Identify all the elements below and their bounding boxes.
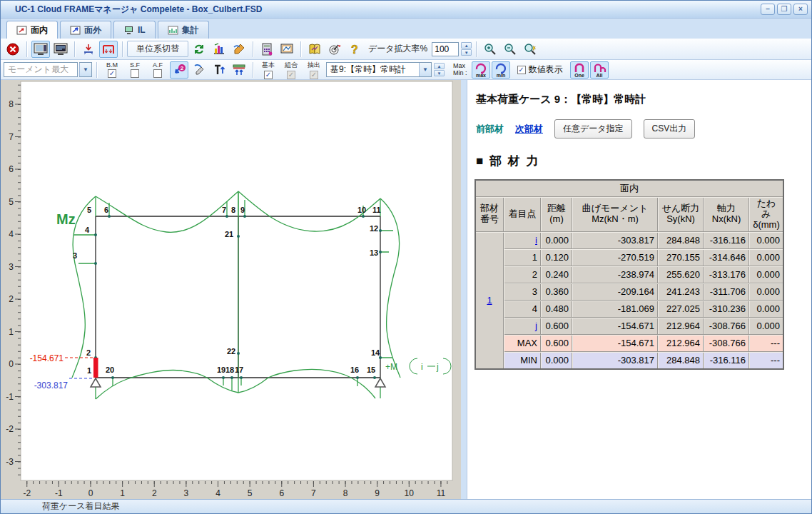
spin-down-icon[interactable]: ▼: [461, 49, 472, 56]
calc-button[interactable]: [258, 41, 276, 58]
bm-label: B.M: [106, 61, 118, 69]
col-deflection: たわみ δ(mm): [749, 197, 783, 232]
spin-up-icon[interactable]: ▲: [461, 42, 472, 49]
cell-sy: 284.848: [658, 352, 704, 369]
panel-divider[interactable]: [461, 80, 467, 499]
x-tick-label: 2: [152, 488, 157, 498]
tab-shukei[interactable]: 集計: [158, 21, 209, 39]
drawing-canvas[interactable]: 876543210-1-2-3-2-101234567891011: [1, 80, 461, 498]
basic-label: 基本: [262, 61, 275, 70]
close-button[interactable]: ×: [793, 4, 808, 15]
draw-style-button[interactable]: [230, 41, 248, 58]
bolt-up-button[interactable]: [210, 61, 228, 79]
secondary-diagram-button[interactable]: 2: [170, 61, 188, 79]
node-label: 22: [227, 347, 235, 356]
x-tick-label: 6: [279, 488, 284, 498]
cell-defl: 0.000: [749, 301, 783, 318]
table-row: 1i0.000-303.817284.848-316.1160.000: [475, 232, 783, 249]
cell-mz: -154.671: [572, 318, 658, 335]
mode-select[interactable]: モーメント最大: [4, 62, 78, 77]
zoom-fit-button[interactable]: [521, 41, 539, 58]
extract-checkbox[interactable]: ✓: [310, 71, 318, 79]
moment-axis-label: Mz: [56, 211, 76, 227]
one-icon: One: [572, 62, 587, 78]
loadcase-spinner[interactable]: ▲▼: [434, 63, 445, 76]
rail-up-button[interactable]: [230, 61, 248, 79]
exit-button[interactable]: [4, 41, 22, 58]
tab-mengai[interactable]: 面外: [60, 21, 111, 39]
cell-dist: 0.000: [541, 352, 572, 369]
help-button[interactable]: ?: [345, 41, 364, 58]
node-label: 15: [367, 366, 375, 374]
col-point: 着目点: [504, 197, 541, 232]
spin-up-icon[interactable]: ▲: [434, 63, 445, 69]
cell-sy: 255.620: [658, 266, 704, 283]
zoom-out-button[interactable]: [501, 41, 519, 58]
annotate-button[interactable]: [190, 61, 208, 79]
max-moment-value: -154.671: [30, 353, 64, 363]
prev-member-link[interactable]: 前部材: [476, 123, 504, 136]
bm-checkbox[interactable]: ✓: [108, 69, 116, 78]
bm-check-group: B.M ✓: [101, 61, 123, 78]
cell-point: 1: [504, 249, 541, 266]
guide-button[interactable]: [305, 41, 324, 58]
cell-sy: 270.155: [658, 249, 704, 266]
diagram-settings-button[interactable]: [210, 41, 228, 58]
point-link[interactable]: j: [535, 321, 537, 331]
cell-dist: 0.480: [541, 301, 572, 318]
mode-select-chevron[interactable]: ▼: [79, 62, 92, 77]
member-force-table: 面内 部材 番号 着目点 距離 (m) 曲げモーメント Mz(kN・m) せん断…: [474, 179, 784, 370]
node-label: 8: [231, 206, 235, 214]
table-row: 20.240-238.974255.620-313.1760.000: [475, 266, 783, 283]
loadcase-select[interactable]: 基9:【常時】常時計 ▼: [326, 62, 432, 77]
result-window-button[interactable]: [31, 41, 50, 58]
zoom-in-button[interactable]: [481, 41, 499, 58]
all-members-button[interactable]: All: [590, 61, 609, 79]
refresh-icon: [193, 43, 205, 56]
scale-spinner[interactable]: ▲▼: [461, 42, 472, 56]
scale-input[interactable]: [432, 42, 459, 56]
toolbar-separator: [74, 41, 75, 57]
load-display-button[interactable]: [79, 41, 98, 58]
minimize-button[interactable]: –: [761, 4, 775, 15]
unit-switch-button[interactable]: 単位系切替: [127, 41, 188, 57]
one-member-button[interactable]: One: [570, 61, 589, 79]
csv-export-button[interactable]: CSV出力: [644, 119, 696, 138]
chevron-down-icon: ▼: [419, 63, 431, 76]
basic-checkbox[interactable]: ✓: [264, 71, 273, 79]
max-button[interactable]: max: [472, 61, 490, 79]
spin-down-icon[interactable]: ▼: [434, 70, 445, 76]
cell-defl: 0.000: [749, 266, 783, 283]
next-member-link[interactable]: 次部材: [515, 123, 543, 136]
cell-point: 2: [504, 266, 541, 283]
sf-checkbox[interactable]: [131, 69, 139, 78]
node-label: 2: [86, 348, 91, 357]
redraw-button[interactable]: [190, 41, 208, 58]
target-option-button[interactable]: [325, 41, 344, 58]
combination-checkbox[interactable]: ✓: [287, 71, 295, 79]
cell-point: 4: [504, 301, 541, 318]
loadcase-title: 基本荷重ケース 9：【常時】常時計: [476, 93, 806, 106]
print-window-button[interactable]: [51, 41, 70, 58]
sf-label: S.F: [130, 61, 140, 69]
plot-canvas[interactable]: [21, 81, 452, 480]
result-toolbar: モーメント最大 ▼ B.M ✓ S.F A.F 2 基本: [1, 60, 811, 80]
mode-select-value: モーメント最大: [4, 64, 72, 76]
col-distance: 距離 (m): [541, 197, 572, 232]
restore-button[interactable]: ❐: [777, 4, 791, 15]
min-button[interactable]: min: [492, 61, 510, 79]
tab-mennai[interactable]: 面内: [6, 21, 58, 39]
toolbar-separator: [96, 62, 97, 78]
cell-nx: -316.116: [704, 352, 749, 369]
screen-settings-button[interactable]: [278, 41, 296, 58]
point-link[interactable]: i: [535, 235, 537, 246]
arbitrary-data-button[interactable]: 任意データ指定: [554, 119, 632, 138]
af-checkbox[interactable]: [153, 69, 162, 78]
support-display-button[interactable]: [99, 41, 118, 58]
tab-il[interactable]: IL: [113, 21, 156, 39]
y-tick-label: 2: [9, 294, 14, 304]
member-number-link[interactable]: 1: [487, 295, 492, 306]
numeric-display-checkbox[interactable]: ✓: [517, 66, 526, 74]
title-bar: UC-1 Cloud FRAMEマネージャ Compelete - Box_Cu…: [1, 1, 811, 19]
window-title: UC-1 Cloud FRAMEマネージャ Compelete - Box_Cu…: [1, 4, 761, 16]
